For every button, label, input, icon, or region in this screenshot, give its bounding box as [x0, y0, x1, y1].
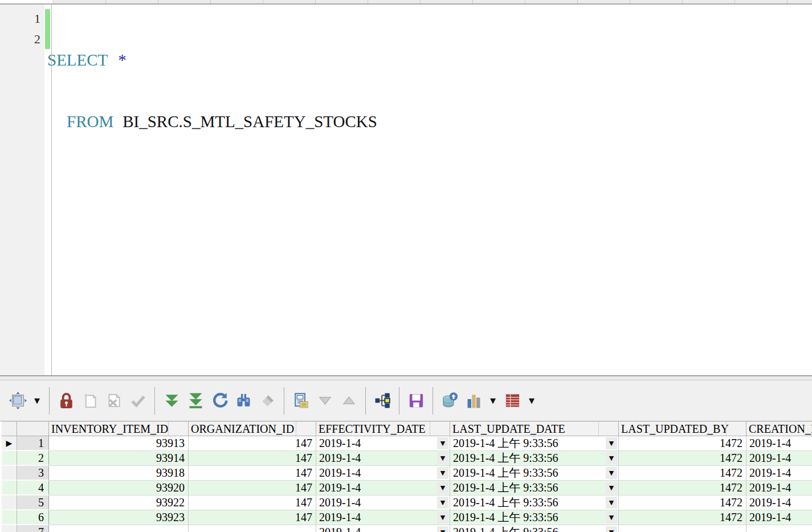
cell-creation_date[interactable]: [746, 525, 812, 532]
row-number-cell[interactable]: 7: [17, 525, 49, 532]
column-header-organization_id[interactable]: ORGANIZATION_ID: [189, 421, 316, 436]
cell-organization_id[interactable]: 147: [189, 510, 316, 525]
row-number-cell[interactable]: 3: [17, 466, 49, 481]
date-dropdown-button[interactable]: ▼: [606, 467, 617, 479]
single-record-view-button[interactable]: [289, 387, 313, 415]
date-dropdown-button[interactable]: ▼: [437, 467, 448, 479]
cell-organization_id[interactable]: 147: [189, 496, 316, 510]
date-dropdown-button[interactable]: ▼: [606, 437, 617, 449]
cell-effectivity_date[interactable]: 2019-1-4▼: [316, 451, 450, 466]
date-dropdown-button[interactable]: ▼: [437, 452, 448, 464]
header-subdivider: [430, 422, 430, 436]
cell-last_update_date[interactable]: 2019-1-4 上午 9:33:56▼: [450, 481, 619, 496]
date-dropdown-button[interactable]: ▼: [437, 482, 448, 494]
post-changes-button[interactable]: [126, 387, 150, 415]
cell-inventory_item_id[interactable]: [49, 525, 189, 532]
fetch-next-page-button[interactable]: [160, 387, 183, 415]
save-grid-button[interactable]: [404, 387, 428, 415]
row-number-cell[interactable]: 4: [17, 481, 49, 496]
column-header-effectivity_date[interactable]: EFFECTIVITY_DATE: [316, 421, 450, 436]
cell-last_update_date[interactable]: 2019-1-4 上午 9:33:56▼: [450, 510, 619, 525]
date-dropdown-button[interactable]: ▼: [606, 452, 617, 464]
cell-last_update_date[interactable]: 2019-1-4 上午 9:33:56▼: [450, 451, 619, 466]
cell-organization_id[interactable]: 147: [189, 451, 316, 466]
date-dropdown-button[interactable]: ▼: [437, 511, 448, 523]
cell-effectivity_date[interactable]: 2019-1-4▼: [316, 466, 450, 481]
auto-size-caret[interactable]: ▼: [30, 396, 44, 405]
cell-value: 147: [295, 496, 312, 509]
column-header-last_updated_by[interactable]: LAST_UPDATED_BY: [619, 421, 746, 436]
cell-last_update_date[interactable]: 2019-1-4 上午 9:33:56▼: [450, 436, 619, 451]
cell-last_updated_by[interactable]: 1472: [619, 466, 746, 481]
cell-organization_id[interactable]: 147: [189, 466, 316, 481]
clear-grid-button[interactable]: [255, 387, 279, 415]
date-dropdown-button[interactable]: ▼: [606, 482, 617, 494]
sql-text-area[interactable]: SELECT* FROMBI_SRC.S_MTL_SAFETY_STOCKS: [44, 5, 812, 375]
cell-creation_date[interactable]: 2019-1-4: [746, 496, 812, 510]
cell-effectivity_date[interactable]: 2019-1-4▼: [316, 496, 450, 510]
cell-creation_date[interactable]: 2019-1-4: [746, 451, 812, 466]
cell-inventory_item_id[interactable]: 93913: [49, 436, 189, 451]
cell-last_updated_by[interactable]: [619, 525, 746, 532]
cell-creation_date[interactable]: 2019-1-4: [746, 436, 812, 451]
previous-record-button[interactable]: [313, 387, 337, 415]
cell-creation_date[interactable]: 2019-1-4: [746, 510, 812, 525]
cell-creation_date[interactable]: 2019-1-4: [746, 466, 812, 481]
chart-data-button[interactable]: [462, 387, 485, 415]
row-number-cell[interactable]: 5: [17, 496, 49, 510]
date-dropdown-button[interactable]: ▼: [606, 497, 617, 509]
cell-last_updated_by[interactable]: 1472: [619, 510, 746, 525]
cell-effectivity_date[interactable]: 2019-1-4▼: [316, 481, 450, 496]
cell-last_update_date[interactable]: 2019-1-4 上午 9:33:56▼: [450, 525, 619, 532]
cell-effectivity_date[interactable]: 2019-1-4▼: [316, 525, 450, 532]
lock-button[interactable]: [54, 387, 78, 415]
column-header-last_update_date[interactable]: LAST_UPDATE_DATE: [450, 421, 619, 436]
next-record-button[interactable]: [337, 387, 361, 415]
insert-record-button[interactable]: [78, 387, 102, 415]
cell-organization_id[interactable]: [189, 525, 316, 532]
refresh-button[interactable]: [207, 387, 231, 415]
cell-last_updated_by[interactable]: 1472: [619, 451, 746, 466]
export-dataset-button[interactable]: [438, 387, 462, 415]
row-number-cell[interactable]: 2: [17, 451, 49, 466]
row-number-cell[interactable]: 1: [17, 436, 49, 451]
toolbar-separator: [365, 387, 366, 415]
grid-options-button[interactable]: [500, 387, 524, 415]
cell-inventory_item_id[interactable]: 93920: [49, 481, 189, 496]
delete-record-button[interactable]: [102, 387, 126, 415]
column-header-creation_date[interactable]: CREATION_DATE: [746, 421, 812, 436]
date-dropdown-button[interactable]: ▼: [606, 526, 617, 532]
cell-last_updated_by[interactable]: 1472: [619, 436, 746, 451]
cell-last_update_date[interactable]: 2019-1-4 上午 9:33:56▼: [450, 466, 619, 481]
cell-organization_id[interactable]: 147: [189, 481, 316, 496]
row-number-cell[interactable]: 6: [17, 510, 49, 525]
cell-last_updated_by[interactable]: 1472: [619, 481, 746, 496]
cell-value: 2019-1-4 上午 9:33:56: [453, 452, 558, 464]
date-dropdown-button[interactable]: ▼: [437, 437, 448, 449]
cell-organization_id[interactable]: 147: [189, 436, 316, 451]
column-header-inventory_item_id[interactable]: INVENTORY_ITEM_ID: [49, 421, 189, 436]
cell-last_updated_by[interactable]: 1472: [619, 496, 746, 510]
grid-options-caret[interactable]: ▼: [524, 396, 539, 405]
date-dropdown-button[interactable]: ▼: [437, 497, 448, 509]
cell-value: 1472: [720, 466, 742, 479]
column-header-marker: [2, 421, 17, 436]
cell-effectivity_date[interactable]: 2019-1-4▼: [316, 436, 450, 451]
explain-plan-button[interactable]: [370, 387, 394, 415]
pane-splitter[interactable]: [0, 375, 812, 380]
cell-inventory_item_id[interactable]: 93918: [49, 466, 189, 481]
chart-caret[interactable]: ▼: [485, 396, 500, 405]
fetch-all-rows-button[interactable]: [183, 387, 207, 415]
delete-record-icon: [105, 392, 123, 409]
auto-size-columns-button[interactable]: [6, 387, 30, 415]
grid-body: ▶1939131472019-1-4▼2019-1-4 上午 9:33:56▼1…: [2, 436, 812, 532]
cell-inventory_item_id[interactable]: 93922: [49, 496, 189, 510]
cell-inventory_item_id[interactable]: 93914: [49, 451, 189, 466]
cell-last_update_date[interactable]: 2019-1-4 上午 9:33:56▼: [450, 496, 619, 510]
date-dropdown-button[interactable]: ▼: [606, 511, 617, 523]
date-dropdown-button[interactable]: ▼: [437, 526, 448, 532]
cell-creation_date[interactable]: 2019-1-4: [746, 481, 812, 496]
cell-inventory_item_id[interactable]: 93923: [49, 510, 189, 525]
find-data-button[interactable]: [231, 387, 255, 415]
cell-effectivity_date[interactable]: 2019-1-4▼: [316, 510, 450, 525]
